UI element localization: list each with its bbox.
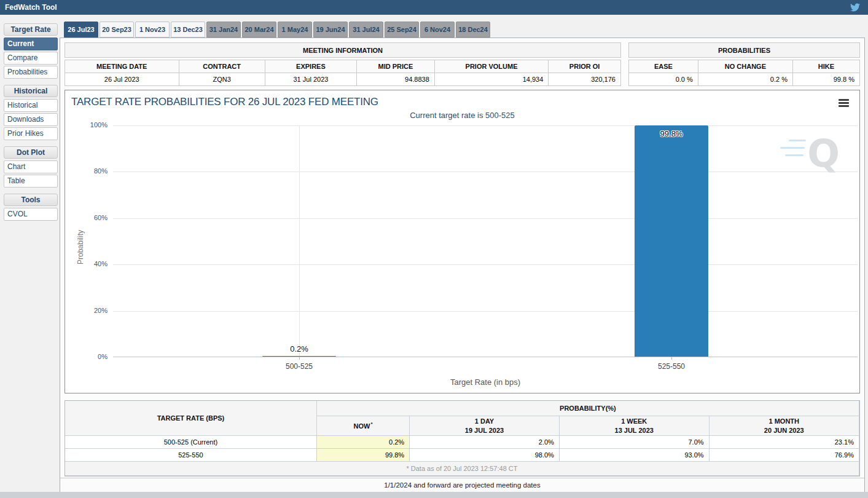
week-value: 93.0% — [560, 449, 710, 462]
tab-20-sep23[interactable]: 20 Sep23 — [100, 22, 134, 38]
bar-value-label: 0.2% — [250, 344, 348, 354]
y-axis-title: Probability — [76, 230, 85, 264]
value-cell: 0.0 % — [629, 73, 698, 86]
gridline — [113, 264, 858, 265]
tab-26-jul23[interactable]: 26 Jul23 — [64, 22, 98, 38]
sidebar-item-probabilities[interactable]: Probabilities — [4, 66, 58, 79]
twitter-icon[interactable] — [850, 2, 860, 12]
sidebar-item-historical[interactable]: Historical — [4, 99, 58, 112]
tab-1-nov23[interactable]: 1 Nov23 — [135, 22, 170, 38]
main-panel: MEETING INFORMATION MEETING DATECONTRACT… — [60, 38, 865, 493]
content-area: Target RateCurrentCompareProbabilitiesHi… — [0, 15, 868, 493]
gridline — [113, 218, 858, 219]
sidebar-section-tools: Tools — [4, 194, 58, 206]
top-bar: FedWatch Tool — [0, 0, 868, 15]
tab-31-jan24[interactable]: 31 Jan24 — [206, 22, 241, 38]
info-row: MEETING INFORMATION MEETING DATECONTRACT… — [65, 42, 860, 86]
sidebar-item-compare[interactable]: Compare — [4, 52, 58, 65]
now-value: 99.8% — [317, 449, 410, 462]
y-tick-label: 20% — [77, 307, 108, 314]
gridline — [113, 311, 858, 312]
gridline — [113, 172, 858, 172]
plot-area: 0%20%40%60%80%100%0.2%500-52599.8%525-55… — [113, 125, 858, 357]
day-value: 2.0% — [410, 436, 560, 449]
value-cell: ZQN3 — [179, 73, 265, 86]
week-column-header: 1 WEEK13 JUL 2023 — [560, 416, 710, 436]
month-column-header: 1 MONTH20 JUN 2023 — [710, 416, 859, 436]
sidebar-section-dot-plot: Dot Plot — [4, 146, 58, 159]
value-cell: 26 Jul 2023 — [65, 73, 179, 86]
x-tick-label: 525-550 — [622, 362, 721, 371]
column-header-contract: CONTRACT — [179, 60, 265, 73]
y-tick-label: 100% — [77, 121, 108, 128]
tab-1-may24[interactable]: 1 May24 — [278, 22, 312, 38]
month-value: 76.9% — [710, 449, 859, 462]
fedwatch-page: FedWatch Tool Target RateCurrentCompareP… — [0, 0, 868, 498]
column-header-expires: EXPIRES — [265, 60, 357, 73]
probabilities-title: PROBABILITIES — [628, 42, 860, 58]
tab-13-dec23[interactable]: 13 Dec23 — [171, 22, 205, 38]
tab-6-nov24[interactable]: 6 Nov24 — [420, 22, 455, 38]
tab-19-jun24[interactable]: 19 Jun24 — [313, 22, 348, 38]
month-value: 23.1% — [710, 436, 859, 449]
meeting-info-title: MEETING INFORMATION — [65, 42, 621, 58]
y-tick-label: 80% — [77, 167, 108, 175]
meeting-info-table: MEETING INFORMATION MEETING DATECONTRACT… — [65, 42, 621, 86]
chart-subtitle: Current target rate is 500-525 — [65, 111, 859, 120]
tab-18-dec24[interactable]: 18 Dec24 — [456, 22, 490, 38]
gridline — [113, 125, 858, 126]
y-tick-label: 40% — [77, 260, 108, 267]
now-column-header: NOW* — [317, 416, 410, 436]
column-header-no-change: NO CHANGE — [698, 60, 793, 73]
now-value: 0.2% — [317, 436, 410, 449]
column-header-mid-price: MID PRICE — [357, 60, 435, 73]
bar-value-label: 99.8% — [622, 129, 721, 138]
tab-20-mar24[interactable]: 20 Mar24 — [242, 22, 276, 38]
chart-title: TARGET RATE PROBABILITIES FOR 26 JUL 202… — [65, 90, 859, 108]
quikstrike-watermark: Q — [807, 131, 840, 176]
main-area: 26 Jul2320 Sep231 Nov2313 Dec2331 Jan242… — [60, 15, 865, 493]
table-footnote-row: * Data as of 20 Jul 2023 12:57:48 CT — [65, 462, 859, 476]
rate-row-label: 525-550 — [65, 449, 317, 462]
sidebar-item-chart[interactable]: Chart — [4, 160, 58, 173]
probability-group-header: PROBABILITY(%) — [317, 401, 859, 416]
column-header-prior-oi: PRIOR OI — [549, 60, 621, 73]
sidebar-section-historical: Historical — [4, 85, 58, 97]
app-title: FedWatch Tool — [5, 3, 57, 12]
value-cell: 31 Jul 2023 — [265, 73, 357, 86]
projected-dates-note: 1/1/2024 and forward are projected meeti… — [60, 478, 864, 492]
probability-table: TARGET RATE (BPS) PROBABILITY(%) NOW* 1 … — [65, 400, 860, 476]
vertical-gridline — [299, 125, 300, 357]
chart-panel: TARGET RATE PROBABILITIES FOR 26 JUL 202… — [65, 90, 860, 393]
rate-row-label: 500-525 (Current) — [65, 436, 317, 449]
chart-menu-icon[interactable] — [839, 99, 849, 108]
sidebar-item-table[interactable]: Table — [4, 175, 58, 188]
sidebar-item-current[interactable]: Current — [4, 38, 58, 50]
tab-31-jul24[interactable]: 31 Jul24 — [349, 22, 383, 38]
probabilities-table: PROBABILITIES EASENO CHANGEHIKE0.0 %0.2 … — [628, 42, 860, 86]
meeting-tabs: 26 Jul2320 Sep231 Nov2313 Dec2331 Jan242… — [64, 22, 865, 38]
sidebar-item-cvol[interactable]: CVOL — [4, 208, 58, 221]
day-value: 98.0% — [410, 449, 560, 462]
column-header-ease: EASE — [629, 60, 698, 73]
week-value: 7.0% — [560, 436, 710, 449]
sidebar-item-downloads[interactable]: Downloads — [4, 113, 58, 126]
sidebar-item-prior-hikes[interactable]: Prior Hikes — [4, 127, 58, 140]
value-cell: 0.2 % — [698, 73, 793, 86]
x-axis-title: Target Rate (in bps) — [113, 377, 858, 387]
sidebar: Target RateCurrentCompareProbabilitiesHi… — [0, 15, 60, 493]
tab-25-sep24[interactable]: 25 Sep24 — [385, 22, 419, 38]
column-header-meeting-date: MEETING DATE — [65, 60, 179, 73]
value-cell: 99.8 % — [793, 73, 860, 86]
bar-525-550[interactable] — [635, 125, 708, 357]
value-cell: 320,176 — [549, 73, 621, 86]
x-tick-label: 500-525 — [250, 362, 348, 371]
column-header-prior-volume: PRIOR VOLUME — [435, 60, 549, 73]
probabilities-grid: EASENO CHANGEHIKE0.0 %0.2 %99.8 % — [628, 60, 860, 86]
x-axis-tick — [671, 357, 672, 360]
page-bottom-strip — [0, 492, 868, 498]
value-cell: 14,934 — [435, 73, 549, 86]
y-tick-label: 60% — [77, 214, 108, 221]
target-rate-bps-header: TARGET RATE (BPS) — [65, 401, 317, 436]
meeting-info-grid: MEETING DATECONTRACTEXPIRESMID PRICEPRIO… — [65, 60, 621, 86]
